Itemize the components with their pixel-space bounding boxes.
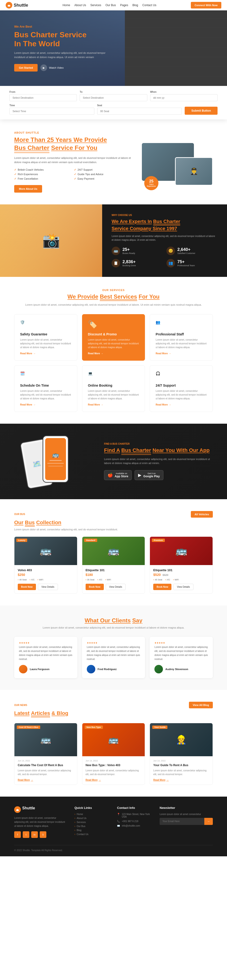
about-badge: 25 YearsExperience (144, 176, 158, 190)
bus-1-features: 35 Seat A/C WiFi (86, 579, 142, 581)
service-1-read-more[interactable]: Read More → (88, 352, 139, 355)
hero-buttons: Get Started ▶ Watch Video (14, 64, 114, 72)
bus-0-book-button[interactable]: Book Now (18, 584, 36, 590)
footer-link-contact[interactable]: Contact Us (75, 833, 110, 835)
footer-link-about[interactable]: About Us (75, 817, 110, 819)
hero-description: Lorem ipsum dolor sit amet, consectetur … (14, 51, 114, 59)
schedule-icon: 🗓️ (20, 371, 30, 381)
search-submit-button[interactable]: Submit Button (185, 107, 217, 115)
newsletter-submit-button[interactable]: → (204, 818, 213, 825)
why-section: 📸 Why Choose Us We Are Experts In Bus Ch… (0, 204, 227, 277)
footer-link-services[interactable]: Services (75, 821, 110, 824)
blog-section: Our News View All Blog Latest Articles &… (0, 690, 227, 797)
footer-link-bus[interactable]: Our Bus (75, 825, 110, 827)
bus-2-view-button[interactable]: View Details (173, 584, 193, 590)
nav-services[interactable]: Services (90, 3, 101, 7)
bus-title: Our Bus Collection (14, 520, 213, 527)
service-0-read-more[interactable]: Read More → (20, 352, 71, 355)
footer: Shuttle Lorem ipsum dolor sit amet, cons… (0, 797, 227, 856)
author-1: Fred Rodriguez (87, 665, 141, 673)
blog-header: Our News View All Blog (14, 702, 213, 708)
about-content: About Shuttle More Than 25 Years We Prov… (14, 131, 133, 192)
services-header: Our Services We Provide Best Services Fo… (14, 289, 213, 307)
bus-1-view-button[interactable]: View Details (106, 584, 126, 590)
blog-2-read-more[interactable]: Read More → (153, 779, 209, 781)
nav-pages[interactable]: Pages (120, 3, 128, 7)
nav-about[interactable]: About Us (75, 3, 86, 7)
blog-2-category: Your Guide (152, 725, 168, 729)
when-input[interactable] (150, 94, 217, 101)
view-all-blog-button[interactable]: View All Blog (189, 702, 213, 708)
service-card-0: 🛡️ Safety Guarantee Lorem ipsum dolor si… (14, 314, 77, 361)
about-tag: About Shuttle (14, 131, 133, 134)
service-4-read-more[interactable]: Read More → (88, 403, 139, 406)
bus-0-features: 40 Seat A/C WiFi (18, 579, 74, 581)
google-play-button[interactable]: ▶ Get it on Google Play (134, 470, 163, 480)
nav-home[interactable]: Home (63, 3, 70, 7)
testimonials-section: What Our Clients Say Lorem ipsum dolor s… (0, 605, 227, 690)
to-input[interactable] (80, 94, 147, 101)
service-2-read-more[interactable]: Read More → (156, 352, 207, 355)
when-label: When (150, 91, 217, 93)
bus-1-book-button[interactable]: Book Now (86, 584, 104, 590)
blog-0-read-more[interactable]: Read More → (18, 779, 74, 781)
nav-bus[interactable]: Our Bus (106, 3, 116, 7)
footer-link-blog[interactable]: Blog (75, 829, 110, 832)
about-overlay-image: 👨‍✈️ (175, 157, 213, 186)
seat-input[interactable] (97, 108, 182, 115)
footer-contact: Contact Info 📍 123 Main Street, New York… (117, 806, 152, 838)
time-input[interactable] (10, 108, 94, 115)
feature-4: Free Cancellation (14, 177, 73, 180)
stat-1: 😊 2,640+ Satisfied Customer (166, 247, 217, 255)
facebook-button[interactable]: f (14, 831, 21, 838)
blog-0-image: 🚌 Cost Of Rent A Bus (14, 723, 77, 756)
app-phones: 🗺️ 🚌 (14, 436, 94, 487)
get-started-button[interactable]: Get Started (14, 64, 38, 72)
author-0: Laura Ferguson (19, 665, 73, 673)
service-3-read-more[interactable]: Read More → (20, 403, 71, 406)
all-vehicles-button[interactable]: All Vehicles (191, 511, 213, 518)
instagram-button[interactable]: in (31, 831, 38, 838)
bus-card-1: 🚌 Standard Etiquette 101 $180 35 Seat A/… (82, 536, 145, 593)
about-title: More Than 25 Years We Provide Bus Charte… (14, 136, 133, 153)
bus-2-book-button[interactable]: Book Now (153, 584, 171, 590)
twitter-button[interactable]: t (23, 831, 29, 838)
contact-phone: 📞 +001 987 6 219 (117, 820, 152, 822)
nav-blog[interactable]: Blog (133, 3, 138, 7)
hero-title-highlight: Bus Charter (14, 30, 58, 39)
blog-1-read-more[interactable]: Read More → (86, 779, 142, 781)
service-5-read-more[interactable]: Read More → (156, 403, 207, 406)
time-label: Time (10, 104, 94, 107)
bus-2-category: Premium (152, 539, 165, 542)
apple-icon: 🍎 (107, 473, 113, 478)
stat-bus-icon: 🚌 (112, 247, 120, 255)
safety-icon: 🛡️ (20, 320, 30, 329)
blog-2-image: 👷 Your Guide (150, 723, 213, 756)
from-input[interactable] (10, 94, 77, 101)
bus-1-info: Etiquette 101 $180 35 Seat A/C WiFi Book… (82, 565, 145, 593)
footer-quick-links: Quick Links Home About Us Services Our B… (75, 806, 110, 838)
blog-1-image: 🚌 New Bus Type (82, 723, 145, 756)
contact-address: 📍 123 Main Street, New York USA (117, 813, 152, 818)
bus-0-actions: Book Now View Details (18, 584, 74, 590)
footer-link-home[interactable]: Home (75, 813, 110, 816)
navbar-cta-button[interactable]: Connect With Now (191, 2, 221, 8)
nav-contact[interactable]: Contact Us (142, 3, 156, 7)
bus-0-info: Volvo 403 $250 40 Seat A/C WiFi Book Now… (14, 565, 77, 593)
service-card-4: 💻 Online Booking Lorem ipsum dolor sit a… (82, 365, 145, 412)
newsletter-input[interactable] (160, 818, 204, 825)
why-stats: 🚌 25+ Buses Ready 😊 2,640+ Satisfied Cus… (112, 247, 217, 267)
watch-video-button[interactable]: ▶ Watch Video (40, 64, 64, 71)
appstore-button[interactable]: 🍎 Available on App Store (104, 470, 132, 480)
footer-logo-icon (14, 806, 21, 813)
more-about-us-button[interactable]: More About Us (14, 185, 42, 192)
feature-3: Guide Tips and Advice (74, 173, 133, 176)
bus-2-info: Etiquette 101 $520 $620 45 Seat A/C WiFi… (150, 565, 213, 593)
location-icon: 📍 (117, 813, 120, 816)
linkedin-button[interactable]: li (40, 831, 46, 838)
why-description: Lorem ipsum dolor sit amet, consectetur … (112, 234, 217, 242)
stat-booking-icon: 📋 (112, 259, 120, 267)
blog-card-2: 👷 Your Guide Jun 14, 2022 Your Guide To … (150, 723, 213, 785)
support-icon: 🎧 (156, 371, 165, 381)
bus-0-view-button[interactable]: View Details (38, 584, 58, 590)
